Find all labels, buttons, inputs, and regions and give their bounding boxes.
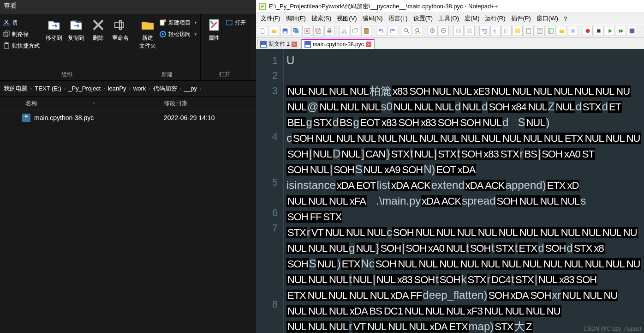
chevron-right-icon: › xyxy=(103,86,105,91)
tab-label: main.cpython-38.pyc xyxy=(313,41,364,48)
editor-area[interactable]: 123 4 5 67 8 U NULNULNULNUL柏簏x83SOHNULNU… xyxy=(256,49,644,333)
svg-rect-2 xyxy=(4,32,8,36)
window-title: E:\_Py_Project\leanPy\work\代码加密\__pycach… xyxy=(269,2,498,11)
breadcrumb-item[interactable]: TEXT (E:) xyxy=(35,85,61,92)
new-item-button[interactable]: 新建项目▼ xyxy=(159,18,197,28)
explorer-ribbon-tab[interactable]: 查看 xyxy=(0,0,256,14)
copy-button[interactable] xyxy=(350,26,360,36)
save-all-button[interactable] xyxy=(291,26,301,36)
menu-bar: 文件(F)编辑(E)搜索(S)视图(V)编码(N)语言(L)设置(T)工具(O)… xyxy=(256,13,644,24)
udl-button[interactable] xyxy=(513,26,523,36)
open-file-button[interactable] xyxy=(269,26,279,36)
svg-rect-41 xyxy=(467,31,472,33)
stop-macro-button[interactable] xyxy=(594,26,604,36)
undo-button[interactable] xyxy=(376,26,386,36)
breadcrumb-item[interactable]: 代码加密 xyxy=(153,85,177,93)
menu-item[interactable]: 语言(L) xyxy=(387,13,410,24)
new-folder-button[interactable]: 新建 文件夹 xyxy=(137,18,158,50)
copy-to-button[interactable]: 复制到 xyxy=(66,18,87,42)
zoom-out-button[interactable] xyxy=(439,26,449,36)
column-name[interactable]: 名称 xyxy=(25,100,37,107)
menu-item[interactable]: 运行(R) xyxy=(483,13,507,24)
paste-shortcut-button[interactable]: 贴快捷方式 xyxy=(3,41,40,51)
svg-point-11 xyxy=(162,33,164,35)
doc-map-button[interactable] xyxy=(524,26,534,36)
cut-button[interactable] xyxy=(339,26,349,36)
svg-rect-45 xyxy=(527,30,530,30)
svg-point-51 xyxy=(586,29,590,33)
svg-point-9 xyxy=(163,19,166,22)
redo-button[interactable] xyxy=(387,26,397,36)
sync-v-button[interactable] xyxy=(453,26,464,36)
move-to-button[interactable]: 移动到 xyxy=(43,18,65,42)
menu-item[interactable]: 工具(O) xyxy=(436,13,461,24)
file-list-header: 名称^ 修改日期 xyxy=(0,97,256,110)
properties-button[interactable]: 属性 xyxy=(203,18,225,42)
paste-shortcut-icon xyxy=(3,42,10,49)
cut-button[interactable]: 切 xyxy=(3,18,18,28)
func-list-button[interactable]: f xyxy=(546,26,556,36)
close-button[interactable] xyxy=(302,26,312,36)
new-item-icon xyxy=(159,19,167,26)
copy-path-icon xyxy=(3,30,10,38)
code-content[interactable]: U NULNULNULNUL柏簏x83SOHNULNULxE3NULNULNUL… xyxy=(284,49,644,333)
new-file-button[interactable] xyxy=(258,26,268,36)
paste-button[interactable] xyxy=(361,26,371,36)
menu-item[interactable]: 窗口(W) xyxy=(535,13,560,24)
column-date[interactable]: 修改日期 xyxy=(164,99,256,108)
folder-workspace-button[interactable] xyxy=(557,26,567,36)
menu-item[interactable]: 视图(V) xyxy=(335,13,358,24)
svg-rect-43 xyxy=(515,29,520,34)
menu-item[interactable]: 编辑(E) xyxy=(284,13,308,24)
svg-rect-39 xyxy=(459,29,461,34)
notepad-plus-plus-window: E:\_Py_Project\leanPy\work\代码加密\__pycach… xyxy=(256,0,644,333)
delete-button[interactable]: 删除 xyxy=(88,18,109,42)
rename-button[interactable]: 重命名 xyxy=(110,18,131,42)
breadcrumb-item[interactable]: 我的电脑 xyxy=(4,85,28,93)
save-state-icon xyxy=(304,41,311,48)
rename-icon xyxy=(113,18,128,32)
monitor-button[interactable] xyxy=(568,26,578,36)
editor-tab[interactable]: 新文件 1× xyxy=(257,39,300,49)
open-button[interactable]: 打开 xyxy=(226,18,246,28)
delete-icon xyxy=(91,18,106,32)
replace-button[interactable] xyxy=(413,26,423,36)
zoom-in-button[interactable] xyxy=(428,26,438,36)
doc-list-button[interactable] xyxy=(535,26,545,36)
breadcrumb-item[interactable]: leanPy xyxy=(108,85,126,92)
breadcrumb-item[interactable]: __py xyxy=(184,85,197,92)
menu-item[interactable]: 编码(N) xyxy=(361,13,385,24)
play-multi-button[interactable] xyxy=(616,26,626,36)
show-all-chars-button[interactable]: ¶ xyxy=(490,26,501,36)
menu-item[interactable]: 插件(P) xyxy=(509,13,533,24)
chevron-right-icon: › xyxy=(149,86,150,91)
file-row[interactable]: main.cpython-38.pyc2022-06-29 14:10 xyxy=(0,110,256,125)
indent-guide-button[interactable] xyxy=(501,26,512,36)
menu-item[interactable]: 宏(M) xyxy=(463,13,482,24)
save-button[interactable] xyxy=(280,26,290,36)
find-button[interactable] xyxy=(402,26,412,36)
save-macro-button[interactable] xyxy=(627,26,637,36)
close-all-button[interactable] xyxy=(313,26,323,36)
close-tab-icon[interactable]: × xyxy=(292,42,297,47)
wordwrap-button[interactable] xyxy=(479,26,489,36)
svg-rect-56 xyxy=(261,45,266,47)
menu-item[interactable]: 搜索(S) xyxy=(310,13,333,24)
breadcrumb[interactable]: 我的电脑›TEXT (E:)›_Py_Project›leanPy›work›代… xyxy=(0,81,256,97)
record-macro-button[interactable] xyxy=(583,26,593,36)
easy-access-button[interactable]: 轻松访问▼ xyxy=(159,29,197,39)
menu-item[interactable]: 文件(F) xyxy=(259,13,282,24)
sync-h-button[interactable] xyxy=(465,26,475,36)
copy-path-button[interactable]: 制路径 xyxy=(3,29,29,39)
menu-item[interactable]: 设置(T) xyxy=(411,13,435,24)
play-macro-button[interactable] xyxy=(605,26,615,36)
print-button[interactable] xyxy=(324,26,334,36)
breadcrumb-item[interactable]: _Py_Project xyxy=(68,85,101,92)
chevron-right-icon: › xyxy=(200,86,201,91)
editor-tab[interactable]: main.cpython-38.pyc× xyxy=(301,39,375,49)
svg-rect-44 xyxy=(527,29,531,34)
close-tab-icon[interactable]: × xyxy=(366,42,371,47)
breadcrumb-item[interactable]: work xyxy=(133,85,146,92)
svg-rect-26 xyxy=(328,29,330,30)
menu-item[interactable]: ? xyxy=(562,14,569,23)
